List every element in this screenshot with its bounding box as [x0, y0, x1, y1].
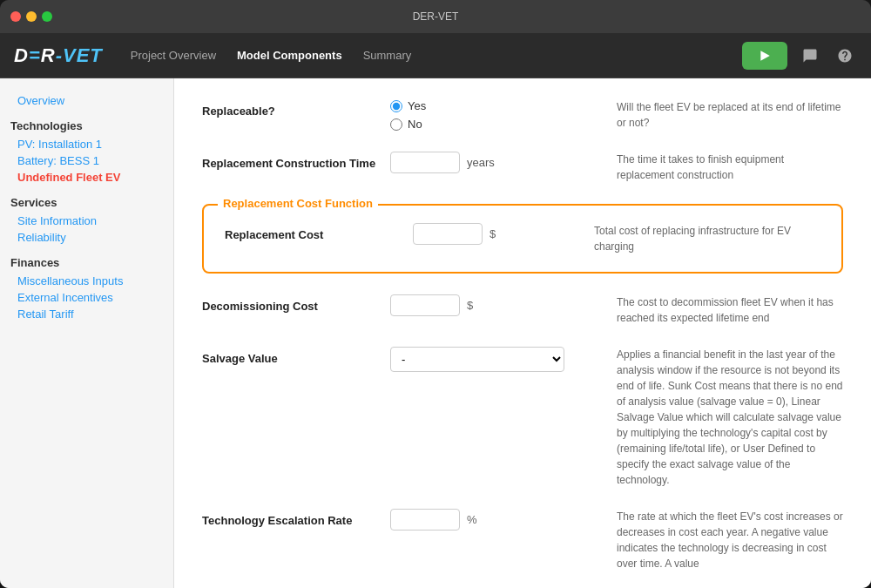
decomissioning-cost-description: The cost to decommission fleet EV when i… — [617, 294, 843, 326]
tech-escalation-input[interactable] — [390, 509, 460, 531]
logo-r: R — [41, 44, 56, 66]
salvage-value-row: Salvage Value - Sunk Cost Linear Salvage… — [202, 347, 843, 488]
replaceable-label: Replaceable? — [202, 99, 376, 118]
replacement-construction-row: Replacement Construction Time years The … — [202, 152, 843, 183]
decomissioning-cost-row: Decomissioning Cost $ The cost to decomm… — [202, 294, 843, 326]
replacement-construction-input-area: years — [390, 152, 603, 173]
replacement-construction-label: Replacement Construction Time — [202, 152, 376, 170]
replacement-cost-description: Total cost of replacing infrastructure f… — [594, 223, 820, 254]
sidebar: Overview Technologies PV: Installation 1… — [0, 78, 174, 588]
play-icon — [760, 51, 770, 61]
sidebar-overview-section: Overview — [10, 92, 163, 109]
nav-model-components[interactable]: Model Components — [237, 45, 342, 65]
minimize-button[interactable] — [26, 11, 37, 22]
main-content: Overview Technologies PV: Installation 1… — [0, 78, 871, 588]
logo-d: D — [14, 44, 29, 66]
replaceable-yes-text: Yes — [408, 99, 426, 112]
replaceable-row: Replaceable? Yes No Will the fleet EV be… — [202, 99, 843, 131]
sidebar-item-retail-tariff[interactable]: Retail Tariff — [10, 306, 163, 322]
replacement-cost-input-area: $ — [413, 223, 580, 245]
sidebar-technologies-title: Technologies — [10, 119, 163, 132]
nav-project-overview[interactable]: Project Overview — [131, 45, 216, 65]
chat-button[interactable] — [798, 44, 822, 68]
salvage-value-label: Salvage Value — [202, 347, 376, 365]
replacement-construction-unit: years — [467, 156, 495, 169]
replaceable-input-area: Yes No — [390, 99, 603, 131]
replacement-cost-label: Replacement Cost — [225, 223, 399, 241]
salvage-value-input-area: - Sunk Cost Linear Salvage Value User De… — [390, 347, 603, 372]
replaceable-no-label[interactable]: No — [390, 118, 426, 131]
salvage-value-description: Applies a financial benefit in the last … — [617, 347, 843, 488]
help-button[interactable] — [833, 44, 857, 68]
titlebar: DER-VET — [0, 0, 871, 33]
nav-actions — [742, 42, 857, 70]
sidebar-item-reliability[interactable]: Reliability — [10, 229, 163, 246]
window-title: DER-VET — [413, 10, 459, 23]
close-button[interactable] — [10, 11, 21, 22]
sidebar-item-overview[interactable]: Overview — [10, 92, 163, 109]
maximize-button[interactable] — [42, 11, 52, 22]
app-window: DER-VET D=R-VET Project Overview Model C… — [0, 0, 871, 588]
replacement-cost-input[interactable] — [413, 223, 483, 245]
navbar: D=R-VET Project Overview Model Component… — [0, 33, 871, 78]
app-logo: D=R-VET — [14, 44, 103, 67]
replacement-cost-title: Replacement Cost Function — [218, 197, 378, 210]
replaceable-radio-group: Yes No — [390, 99, 426, 131]
sidebar-item-bess[interactable]: Battery: BESS 1 — [10, 152, 163, 169]
sidebar-item-miscellaneous[interactable]: Miscellaneous Inputs — [10, 273, 163, 289]
salvage-value-select[interactable]: - Sunk Cost Linear Salvage Value User De… — [390, 347, 564, 372]
replacement-construction-input[interactable] — [390, 152, 460, 173]
tech-escalation-row: Technology Escalation Rate % The rate at… — [202, 509, 843, 571]
logo-dash: = — [29, 44, 41, 66]
tech-escalation-input-area: % — [390, 509, 603, 531]
decomissioning-cost-label: Decomissioning Cost — [202, 294, 376, 313]
run-button[interactable] — [742, 42, 787, 70]
sidebar-finances-section: Finances Miscellaneous Inputs External I… — [10, 256, 163, 322]
sidebar-services-section: Services Site Information Reliability — [10, 196, 163, 246]
replaceable-yes-label[interactable]: Yes — [390, 99, 426, 112]
logo-vet: -VET — [56, 44, 103, 66]
decomissioning-cost-input-area: $ — [390, 294, 603, 316]
sidebar-item-site-information[interactable]: Site Information — [10, 213, 163, 229]
sidebar-item-external-incentives[interactable]: External Incentives — [10, 289, 163, 306]
sidebar-technologies-section: Technologies PV: Installation 1 Battery:… — [10, 119, 163, 186]
replaceable-yes-radio[interactable] — [390, 100, 402, 112]
replacement-cost-section: Replacement Cost Function Replacement Co… — [202, 204, 843, 274]
traffic-lights — [10, 11, 52, 22]
nav-summary[interactable]: Summary — [363, 45, 412, 65]
sidebar-item-fleet-ev[interactable]: Undefined Fleet EV — [10, 169, 163, 186]
replaceable-no-text: No — [408, 118, 422, 131]
decomissioning-cost-unit: $ — [467, 299, 473, 312]
replacement-cost-unit: $ — [490, 227, 496, 240]
sidebar-finances-title: Finances — [10, 256, 163, 269]
decomissioning-cost-input[interactable] — [390, 294, 460, 316]
content-area: Replaceable? Yes No Will the fleet EV be… — [174, 78, 871, 588]
replacement-cost-row: Replacement Cost $ Total cost of replaci… — [225, 223, 820, 254]
sidebar-item-pv[interactable]: PV: Installation 1 — [10, 136, 163, 152]
replaceable-no-radio[interactable] — [390, 118, 402, 131]
tech-escalation-label: Technology Escalation Rate — [202, 509, 376, 527]
replaceable-description: Will the fleet EV be replaced at its end… — [617, 99, 843, 131]
replacement-construction-description: The time it takes to finish equipment re… — [617, 152, 843, 183]
tech-escalation-description: The rate at which the fleet EV's cost in… — [617, 509, 843, 571]
tech-escalation-unit: % — [467, 513, 477, 526]
sidebar-services-title: Services — [10, 196, 163, 209]
nav-items: Project Overview Model Components Summar… — [131, 45, 742, 65]
